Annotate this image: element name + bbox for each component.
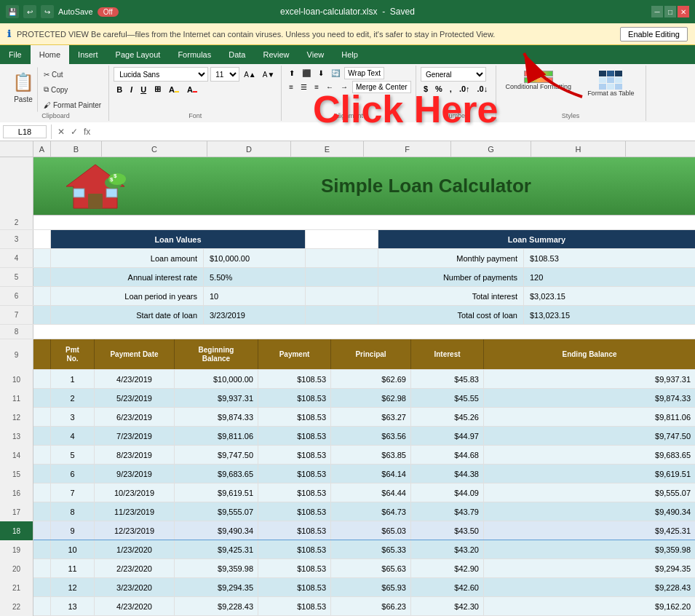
italic-button[interactable]: I xyxy=(127,84,135,95)
window-controls: ─ □ ✕ xyxy=(651,6,689,17)
payment-13: $108.53 xyxy=(258,427,331,445)
increase-font-size-button[interactable]: A▲ xyxy=(242,69,258,80)
tab-data[interactable]: Data xyxy=(220,45,254,64)
align-bottom-button[interactable]: ⬇ xyxy=(315,67,327,79)
tab-help[interactable]: Help xyxy=(333,45,367,64)
align-top-button[interactable]: ⬆ xyxy=(286,67,298,79)
clipboard-group: 📋 Paste ✂ Cut ⧉ Copy 🖌 xyxy=(3,66,109,121)
payment-date-20: 2/23/2020 xyxy=(95,559,175,577)
format-painter-button[interactable]: 🖌 Format Painter xyxy=(41,98,104,112)
underline-button[interactable]: U xyxy=(138,84,149,95)
redo-icon[interactable]: ↪ xyxy=(41,5,54,18)
tab-view[interactable]: View xyxy=(298,45,333,64)
orientation-button[interactable]: 🔄 xyxy=(328,67,343,79)
font-color-button[interactable]: A▬ xyxy=(184,84,200,95)
beg-balance-15: $9,683.65 xyxy=(175,465,258,483)
percent-button[interactable]: % xyxy=(432,83,445,95)
payment-date-17: 11/23/2019 xyxy=(95,502,175,521)
close-btn[interactable]: ✕ xyxy=(678,6,689,17)
col-header-c[interactable]: C xyxy=(102,141,207,157)
number-format-select[interactable]: General xyxy=(421,67,486,82)
minimize-btn[interactable]: ─ xyxy=(651,6,663,17)
increase-decimal-button[interactable]: .0↑ xyxy=(456,83,473,95)
scissors-icon: ✂ xyxy=(44,71,49,79)
col-header-g[interactable]: G xyxy=(451,141,531,157)
row-19: 19 10 1/23/2020 $9,425.31 $108.53 $65.33… xyxy=(0,540,695,559)
autosave-toggle[interactable]: Off xyxy=(98,7,119,17)
wrap-text-button[interactable]: Wrap Text xyxy=(344,67,384,79)
align-center-button[interactable]: ☰ xyxy=(298,81,310,93)
bold-button[interactable]: B xyxy=(114,84,125,95)
merge-center-button[interactable]: Merge & Center xyxy=(352,81,411,93)
col-header-e[interactable]: E xyxy=(291,141,364,157)
payment-date-21: 3/23/2020 xyxy=(95,578,175,596)
row-7-gap xyxy=(306,306,378,324)
end-balance-15: $9,619.51 xyxy=(484,465,695,483)
paste-button[interactable]: 📋 Paste xyxy=(7,67,38,112)
font-row-top: Lucida Sans 11 A▲ A▼ xyxy=(114,67,277,82)
comma-button[interactable]: , xyxy=(447,83,455,95)
num-payments-label: Number of payments xyxy=(378,268,524,286)
decrease-indent-button[interactable]: ← xyxy=(323,81,336,93)
tab-page-layout[interactable]: Page Layout xyxy=(107,45,170,64)
pmt-spacer xyxy=(33,339,51,369)
alignment-controls: ⬆ ⬛ ⬇ 🔄 Wrap Text ≡ ☰ ≡ ← → Merge & Cent… xyxy=(286,67,410,93)
cut-button[interactable]: ✂ Cut xyxy=(41,67,104,82)
copy-button[interactable]: ⧉ Copy xyxy=(41,82,104,97)
loan-summary-header: Loan Summary xyxy=(378,230,695,248)
align-left-button[interactable]: ≡ xyxy=(286,81,296,93)
row-13: 13 4 7/23/2019 $9,811.06 $108.53 $63.56 … xyxy=(0,427,695,446)
row-num-22: 22 xyxy=(0,597,33,616)
conditional-formatting-button[interactable]: Conditional Formatting xyxy=(501,67,577,95)
tab-home[interactable]: Home xyxy=(31,45,69,64)
end-balance-11: $9,874.33 xyxy=(484,389,695,407)
col-header-f[interactable]: F xyxy=(364,141,451,157)
font-name-select[interactable]: Lucida Sans xyxy=(114,67,208,82)
payment-20: $108.53 xyxy=(258,559,331,577)
save-icon[interactable]: 💾 xyxy=(6,5,19,18)
cell-reference-input[interactable]: L18 xyxy=(3,125,47,138)
row-4-gap xyxy=(306,249,378,267)
format-as-table-button[interactable]: Format as Table xyxy=(581,67,640,101)
font-size-select[interactable]: 11 xyxy=(210,67,239,82)
increase-indent-button[interactable]: → xyxy=(338,81,351,93)
col-header-a[interactable]: A xyxy=(33,141,51,157)
formula-input[interactable] xyxy=(95,126,692,138)
tab-file[interactable]: File xyxy=(0,45,31,64)
tab-formulas[interactable]: Formulas xyxy=(169,45,220,64)
maximize-btn[interactable]: □ xyxy=(664,6,676,17)
align-middle-button[interactable]: ⬛ xyxy=(299,67,314,79)
row-10-a xyxy=(33,370,51,388)
payment-21: $108.53 xyxy=(258,578,331,596)
number-controls: General $ % , .0↑ .0↓ xyxy=(421,67,491,95)
undo-icon[interactable]: ↩ xyxy=(23,5,36,18)
cancel-formula-button[interactable]: ✕ xyxy=(56,127,66,137)
col-header-h[interactable]: H xyxy=(531,141,626,157)
confirm-formula-button[interactable]: ✓ xyxy=(69,127,79,137)
title-area: Simple Loan Calculator xyxy=(157,175,695,197)
decrease-decimal-button[interactable]: .0↓ xyxy=(474,83,491,95)
svg-text:$: $ xyxy=(114,173,117,179)
col-header-b[interactable]: B xyxy=(51,141,102,157)
align-right-button[interactable]: ≡ xyxy=(311,81,322,93)
principal-17: $64.73 xyxy=(331,502,411,521)
styles-label: Styles xyxy=(562,112,580,119)
currency-button[interactable]: $ xyxy=(421,83,431,95)
col-header-d[interactable]: D xyxy=(207,141,291,157)
row-5-a xyxy=(33,268,51,286)
end-balance-16: $9,555.07 xyxy=(484,483,695,502)
principal-16: $64.44 xyxy=(331,483,411,502)
pmt-num-10: 1 xyxy=(51,370,95,388)
formula-divider xyxy=(51,125,52,139)
decrease-font-size-button[interactable]: A▼ xyxy=(261,69,277,80)
insert-function-button[interactable]: fx xyxy=(82,127,92,137)
border-button[interactable]: ⊞ xyxy=(151,83,164,95)
tab-review[interactable]: Review xyxy=(254,45,298,64)
end-balance-19: $9,359.98 xyxy=(484,540,695,558)
tab-insert[interactable]: Insert xyxy=(69,45,107,64)
enable-editing-button[interactable]: Enable Editing xyxy=(620,27,688,42)
loan-period-label: Loan period in years xyxy=(51,287,204,305)
pmt-num-13: 4 xyxy=(51,427,95,445)
fill-color-button[interactable]: A▬ xyxy=(166,84,182,95)
styles-group: Conditional Formatting Format as xyxy=(496,66,646,121)
